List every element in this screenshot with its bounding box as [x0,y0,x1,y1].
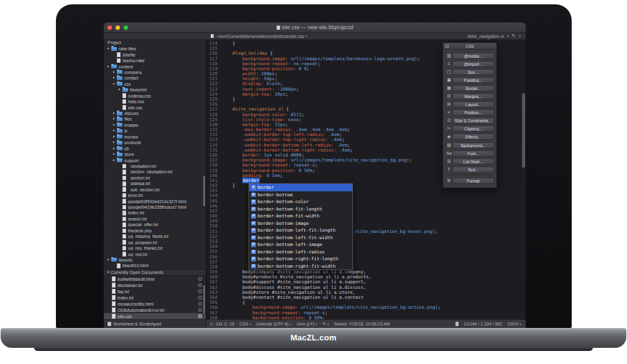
disclosure-triangle[interactable] [112,146,116,152]
open-document-item[interactable]: mosaiccredits.html [104,301,206,307]
open-document-item[interactable]: disclaimer.txt [104,282,206,288]
tree-item[interactable]: _section_navigation.txt [104,169,206,175]
tree-item[interactable]: ug_reg.txt [104,251,206,257]
autocomplete-item[interactable]: Pborder-bottom [249,191,352,199]
palette-button-clipping[interactable]: Clipping... [452,125,494,132]
tree-item[interactable]: blueprint [104,87,206,93]
tree-item[interactable]: _sidebar.txt [104,181,206,186]
tree-item[interactable]: content [104,63,206,69]
autocomplete-item[interactable]: Pborder-bottom-color [249,198,352,206]
pencil-icon[interactable]: ✎ [511,34,515,39]
autocomplete-item[interactable]: Pborder-bottom-right-fit-length [249,255,352,263]
palette-button-margins[interactable]: Margins... [452,93,494,99]
palette-button-text[interactable]: Text... [452,166,494,173]
tree-item[interactable]: special_offer.txt [104,222,206,227]
tree-item[interactable]: search.txt [104,216,206,222]
palette-button-padding[interactable]: Padding... [452,77,494,83]
tree-item[interactable]: coderay.css [104,93,206,99]
disclosure-triangle[interactable] [112,75,116,81]
autocomplete-item[interactable]: Pborder-bottom-right-fit-width [249,263,352,270]
tree-item[interactable]: error.txt [104,193,206,198]
disclosure-triangle[interactable] [112,152,116,157]
autocomplete-item[interactable]: Pborder-bottom-image [249,220,352,227]
tree-item[interactable]: index.txt [104,210,206,216]
language-popup[interactable]: CSS▾ [239,322,251,326]
disclosure-triangle[interactable] [112,128,116,134]
tree-item[interactable]: js [104,128,206,134]
tree-item[interactable]: _section.txt [104,175,206,181]
disclosure-triangle[interactable] [117,87,122,93]
close-document-icon[interactable] [198,283,203,288]
window-titlebar[interactable]: site.css — new site.bbprojectd [104,22,526,33]
tree-item[interactable]: google53f592ed214c327f.html [104,198,206,204]
close-document-icon[interactable] [198,302,203,306]
palette-titlebar[interactable]: CSS [443,43,497,50]
code-line[interactable]: { [242,300,245,305]
tree-item[interactable]: store [104,152,206,157]
close-document-icon[interactable] [198,289,203,294]
function-popup[interactable]: #site_navigation ul [468,34,504,39]
tree-item[interactable]: _sub_section.txt [104,187,206,193]
disclosure-triangle[interactable] [112,70,116,75]
code-line[interactable]: border [242,178,260,183]
disclosure-triangle[interactable] [112,122,116,128]
disclosure-triangle[interactable] [112,158,116,163]
close-document-icon[interactable] [198,296,203,300]
file-path-popup[interactable]: ~/svn/CurrentSite/newsite/content/css/si… [216,34,304,39]
palette-button-background[interactable]: Background... [452,142,494,148]
open-document-item[interactable]: index.txt [104,294,206,301]
palette-button-format[interactable]: Format [452,178,494,184]
disclosure-triangle[interactable] [112,111,116,116]
tree-item[interactable]: ug_program.txt [104,239,206,245]
tree-item[interactable]: css [104,81,206,87]
open-document-item[interactable]: ODBAutomationError.txt [104,307,206,313]
zoom-popup[interactable]: 100%▾ [507,322,521,326]
code-line[interactable]: margin-top: 28px; [242,92,288,97]
palette-button-border[interactable]: Border... [452,85,494,91]
code-line[interactable]: } [232,97,235,102]
palette-button-font[interactable]: Font... [452,150,494,157]
editor-scrollbar-thumb[interactable] [522,93,525,168]
open-document-item[interactable]: site.css [104,313,206,319]
disclosure-triangle[interactable] [106,46,111,52]
sidebar-scrollbar-thumb[interactable] [203,176,205,206]
autocomplete-item[interactable]: Pborder-bottom-left-fit-length [249,227,352,234]
open-document-item[interactable]: builtwithbbedit.html [104,276,206,282]
code-line[interactable]: /site_navigation_bg-hover.png); [354,229,437,234]
tree-item[interactable]: rake files [104,46,206,52]
autocomplete-item[interactable]: Pborder-bottom-left-image [249,241,352,248]
autocomplete-item[interactable]: Pborder-bottom-left-fit-width [249,234,352,242]
tree-item[interactable]: _navigation.txt [104,163,206,169]
disclosure-triangle[interactable] [106,270,111,275]
autocomplete-item[interactable]: Pborder-bottom-fit-length [249,206,352,213]
tree-item[interactable]: discuss [104,111,206,116]
disclosure-triangle[interactable] [112,140,116,145]
pencil-menu[interactable]: ✎▾ [323,322,329,327]
tree-item[interactable]: movies [104,134,206,140]
code-line[interactable]: } [232,41,235,46]
tree-item[interactable]: layouts [104,257,206,263]
autocomplete-item[interactable]: Pborder [249,184,352,191]
tree-item[interactable]: s5 [104,145,206,151]
worksheet-footer[interactable]: Worksheet & Scratchpad [104,319,206,328]
close-document-icon[interactable] [198,277,203,281]
tree-item[interactable]: ug_missing_fields.txt [104,234,206,239]
tree-item[interactable]: support [104,157,206,163]
tree-item[interactable]: site.css [104,104,206,110]
tree-item[interactable]: products [104,140,206,145]
palette-button-import[interactable]: @import... [452,61,494,67]
disclosure-triangle[interactable] [112,116,116,122]
tree-item[interactable]: bbedit10.html [104,263,206,268]
disclosure-triangle[interactable] [112,134,116,140]
palette-button-list-style[interactable]: List Style... [452,158,494,165]
close-document-icon[interactable] [198,308,203,312]
tree-item[interactable]: contact [104,75,206,81]
line-ending-popup[interactable]: Unix (LF)▾ [296,322,318,326]
open-document-item[interactable]: faq.txt [104,288,206,294]
tree-item[interactable]: company [104,70,206,75]
palette-button-size-constraints[interactable]: Size & Constraints... [452,117,494,124]
disclosure-triangle[interactable] [106,257,111,263]
tree-item[interactable]: deploy.rake [104,58,206,63]
disclosure-triangle[interactable] [112,81,116,87]
autocomplete-item[interactable]: Pborder-bottom-fit-width [249,212,352,220]
